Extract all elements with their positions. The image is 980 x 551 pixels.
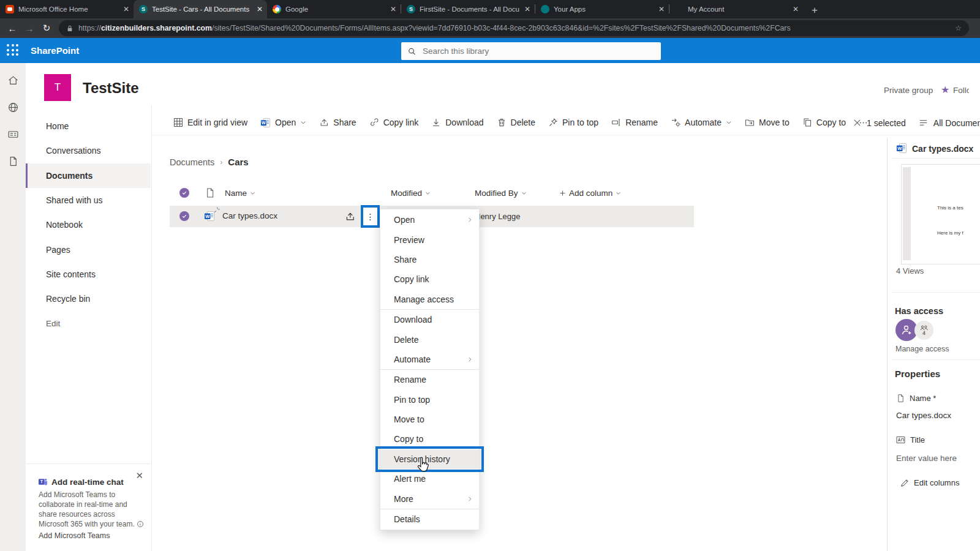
tab-title: Google xyxy=(285,6,386,13)
grid-icon xyxy=(173,118,183,127)
tab-google[interactable]: Google ✕ xyxy=(267,0,401,18)
back-button[interactable]: ← xyxy=(4,23,21,34)
svg-text:W: W xyxy=(262,121,266,126)
breadcrumb-documents[interactable]: Documents xyxy=(170,157,214,167)
column-header-modified[interactable]: Modified xyxy=(391,189,431,198)
sharepoint-brand[interactable]: SharePoint xyxy=(31,38,79,63)
menu-item-copy-to[interactable]: Copy to xyxy=(380,429,479,449)
nav-item-home[interactable]: Home xyxy=(26,114,151,138)
automate-icon xyxy=(671,118,680,127)
following-label[interactable]: Following xyxy=(953,86,969,95)
app-launcher-waffle-icon[interactable] xyxy=(7,44,18,56)
menu-item-rename[interactable]: Rename xyxy=(380,370,479,389)
info-icon[interactable] xyxy=(137,520,144,528)
nav-item-documents[interactable]: Documents xyxy=(26,163,151,188)
home-icon[interactable] xyxy=(7,75,19,86)
property-name-value[interactable]: Car types.docx xyxy=(896,411,951,420)
nav-item-edit[interactable]: Edit xyxy=(26,311,151,335)
show-actions-button[interactable]: ⋮ xyxy=(361,205,380,228)
view-options-icon[interactable] xyxy=(919,118,928,127)
sharepoint-favicon-icon: S xyxy=(139,5,148,13)
share-icon[interactable] xyxy=(345,211,355,222)
close-tab-icon[interactable]: ✕ xyxy=(658,6,665,13)
reload-button[interactable]: ↻ xyxy=(38,23,55,34)
menu-item-more[interactable]: More xyxy=(380,489,479,508)
menu-item-details[interactable]: Details xyxy=(380,509,479,529)
has-access-title: Has access xyxy=(895,306,943,316)
edit-columns-link[interactable]: Edit columns xyxy=(900,478,959,487)
title-value-placeholder[interactable]: Enter value here xyxy=(896,454,957,463)
close-icon[interactable]: ✕ xyxy=(135,470,143,481)
file-preview-thumbnail[interactable]: This is a tes Here is my f xyxy=(901,164,980,264)
tab-testsite-cars[interactable]: S TestSite - Cars - All Documents ✕ xyxy=(134,0,267,18)
manage-access-link[interactable]: Manage access xyxy=(895,345,949,353)
menu-item-share[interactable]: Share xyxy=(380,250,479,269)
column-header-name[interactable]: Name xyxy=(225,189,255,198)
rename-button[interactable]: Rename xyxy=(611,118,658,127)
bookmark-star-icon[interactable]: ☆ xyxy=(955,24,962,32)
column-header-add-column[interactable]: Add column xyxy=(559,189,621,198)
nav-item-site-contents[interactable]: Site contents xyxy=(26,262,151,287)
menu-item-open[interactable]: Open xyxy=(380,210,479,230)
tab-office-home[interactable]: Microsoft Office Home ✕ xyxy=(0,0,134,18)
select-all-checkbox[interactable] xyxy=(179,188,189,198)
search-input[interactable] xyxy=(421,46,654,56)
nav-item-notebook[interactable]: Notebook xyxy=(26,212,151,237)
view-selector[interactable]: All Documents xyxy=(933,118,980,128)
menu-item-automate[interactable]: Automate xyxy=(380,350,479,369)
menu-item-manage-access[interactable]: Manage access xyxy=(380,290,479,309)
add-teams-link[interactable]: Add Microsoft Teams xyxy=(39,531,110,540)
text-field-icon xyxy=(896,436,905,444)
tab-my-account[interactable]: My Account ✕ xyxy=(669,0,803,18)
close-tab-icon[interactable]: ✕ xyxy=(793,6,799,13)
google-favicon-icon xyxy=(273,5,281,13)
close-tab-icon[interactable]: ✕ xyxy=(257,6,263,13)
menu-item-delete[interactable]: Delete xyxy=(380,329,479,349)
row-selected-checkbox[interactable] xyxy=(179,211,189,221)
nav-item-pages[interactable]: Pages xyxy=(26,237,151,261)
menu-item-download[interactable]: Download xyxy=(380,310,479,329)
share-button[interactable]: Share xyxy=(319,118,356,127)
site-logo[interactable]: T xyxy=(44,74,71,101)
close-tab-icon[interactable]: ✕ xyxy=(524,6,530,13)
close-tab-icon[interactable]: ✕ xyxy=(123,6,129,13)
forward-button[interactable]: → xyxy=(21,23,38,34)
open-button[interactable]: W Open xyxy=(260,118,306,128)
move-to-button[interactable]: Move to xyxy=(745,118,790,127)
clear-selection-icon[interactable] xyxy=(853,119,861,127)
document-icon[interactable] xyxy=(7,156,19,167)
breadcrumb-cars[interactable]: Cars xyxy=(228,157,248,167)
column-header-modified-by[interactable]: Modified By xyxy=(475,189,527,198)
file-name[interactable]: Car types.docx xyxy=(222,211,277,220)
omnibox[interactable]: https://citizenbuilders.sharepoint.com/s… xyxy=(59,20,969,36)
preview-scrollbar[interactable] xyxy=(903,167,911,260)
svg-text:W: W xyxy=(205,214,210,219)
tab-firstsite[interactable]: S FirstSite - Documents - All Docu ✕ xyxy=(401,0,535,18)
download-button[interactable]: Download xyxy=(431,118,483,127)
copy-link-button[interactable]: Copy link xyxy=(369,118,419,127)
menu-item-move-to[interactable]: Move to xyxy=(380,410,479,429)
search-box[interactable] xyxy=(401,42,661,60)
site-title[interactable]: TestSite xyxy=(83,80,139,97)
menu-item-pin-to-top[interactable]: Pin to top xyxy=(380,390,479,410)
access-count-badge[interactable]: 4 xyxy=(914,321,933,340)
edit-in-grid-view-button[interactable]: Edit in grid view xyxy=(173,118,247,127)
delete-button[interactable]: Delete xyxy=(497,118,535,127)
teams-promo-card: ✕ T Add real-time chat Add Microsoft Tea… xyxy=(26,463,151,551)
news-icon[interactable] xyxy=(7,129,19,140)
new-tab-button[interactable]: + xyxy=(807,2,823,18)
move-to-folder-icon xyxy=(745,118,755,127)
nav-item-shared-with-us[interactable]: Shared with us xyxy=(26,188,151,212)
copy-to-button[interactable]: Copy to xyxy=(802,118,846,127)
globe-icon[interactable] xyxy=(7,102,19,113)
tab-your-apps[interactable]: Your Apps ✕ xyxy=(535,0,669,18)
pin-to-top-button[interactable]: Pin to top xyxy=(548,118,598,127)
file-type-column-icon[interactable] xyxy=(205,187,215,198)
automate-button[interactable]: Automate xyxy=(671,118,732,127)
menu-item-copy-link[interactable]: Copy link xyxy=(380,269,479,289)
close-tab-icon[interactable]: ✕ xyxy=(390,6,396,13)
nav-item-recycle-bin[interactable]: Recycle bin xyxy=(26,287,151,311)
menu-item-preview[interactable]: Preview xyxy=(380,230,479,249)
nav-item-conversations[interactable]: Conversations xyxy=(26,138,151,163)
following-star-icon[interactable]: ★ xyxy=(941,84,949,96)
